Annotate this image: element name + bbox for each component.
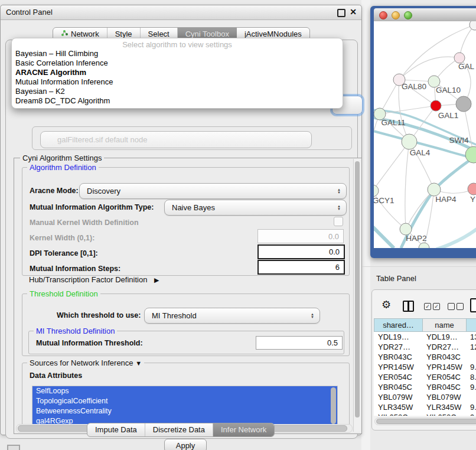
checked-checkbox-icon[interactable]: ✓: [424, 303, 431, 310]
table-row[interactable]: YBR045CYBR045C9.: [374, 382, 476, 392]
node-label-gal1: GAL1: [438, 111, 459, 120]
column-header-a[interactable]: A: [466, 318, 476, 332]
table-cell: YPR145W: [422, 362, 466, 372]
graph-node-gal4[interactable]: [402, 134, 417, 149]
graph-node-hap4[interactable]: [428, 183, 441, 196]
expand-arrow-icon[interactable]: ▶: [154, 276, 159, 283]
table-cell: 9: [466, 412, 476, 416]
table-cell: YBR043C: [422, 352, 466, 362]
scrollbar-thumb[interactable]: [376, 419, 476, 424]
table-row[interactable]: YDR27…YDR27…12: [374, 342, 476, 352]
scrollbar-thumb[interactable]: [355, 161, 360, 418]
group-title: Threshold Definition: [27, 289, 100, 298]
cyni-mode-tabs: Impute DataDiscretize DataInfer Network: [87, 423, 275, 437]
table-body: YDL19…YDL19…13YDR27…YDR27…12YBR043CYBR04…: [374, 332, 476, 416]
document-icon[interactable]: [470, 298, 476, 312]
gear-icon[interactable]: ⚙: [382, 298, 391, 311]
node-label-gal80: GAL80: [402, 82, 426, 91]
table-cell: YER054C: [422, 372, 466, 382]
tab-impute-data[interactable]: Impute Data: [87, 423, 145, 436]
kernel-width-field[interactable]: 0.0: [257, 229, 344, 243]
unchecked-checkbox-icon[interactable]: [448, 303, 455, 310]
screen: Control Panel ✕ galFiltered.sif default …: [0, 0, 476, 450]
algorithm-option-basic-correlation-inference[interactable]: Basic Correlation Inference: [15, 58, 339, 68]
float-window-icon[interactable]: [337, 9, 345, 17]
algorithm-option-bayesian-hill-climbing[interactable]: Bayesian – Hill Climbing: [15, 49, 339, 58]
table-cell: YDR27…: [374, 342, 422, 352]
algorithm-option-mutual-information-inference[interactable]: Mutual Information Inference: [15, 77, 339, 87]
hub-definition-toggle[interactable]: Hub/Transcription Factor Definition ▶: [29, 275, 159, 284]
graph-node-y[interactable]: [468, 183, 476, 195]
table-row[interactable]: YDL19…YDL19…13: [374, 332, 476, 342]
data-attributes-list[interactable]: SelfLoopsTopologicalCoefficientBetweenne…: [32, 386, 338, 427]
graph-node-gcy1[interactable]: [374, 185, 379, 197]
table-cell: 13: [466, 332, 476, 342]
graph-node-gal1[interactable]: [431, 100, 441, 111]
vertical-scrollbar[interactable]: [353, 159, 361, 432]
graph-edge[interactable]: [374, 142, 409, 191]
checked-checkbox-icon[interactable]: ✓: [433, 303, 440, 310]
table-cell: YDL19…: [422, 332, 466, 342]
attribute-item-topologicalcoefficient[interactable]: TopologicalCoefficient: [32, 396, 337, 406]
graph-edge[interactable]: [380, 106, 436, 114]
close-icon[interactable]: ✕: [350, 7, 357, 17]
pane-title: Cyni Algorithm Settings: [20, 154, 104, 162]
tab-discretize-data[interactable]: Discretize Data: [145, 423, 213, 436]
network-table-combobox[interactable]: galFiltered.sif default node: [40, 131, 312, 148]
list-scrollbar[interactable]: [331, 387, 336, 424]
control-panel-titlebar: Control Panel ✕: [1, 5, 361, 20]
column-header-shared-[interactable]: shared…: [374, 318, 422, 332]
algorithm-option-aracne-algorithm[interactable]: ARACNE Algorithm: [15, 68, 339, 77]
aracne-mode-select[interactable]: Discovery ▲▼: [79, 183, 347, 199]
close-traffic-light[interactable]: [379, 11, 387, 19]
group-title: Algorithm Definition: [27, 163, 99, 172]
stepper-icon: ▲▼: [311, 313, 314, 319]
table-row[interactable]: YER054CYER054C8.: [374, 372, 476, 382]
table-cell: YBL079W: [422, 392, 466, 402]
table-horizontal-scrollbar[interactable]: [374, 418, 476, 425]
table-row[interactable]: YLR345WYLR345W9.: [374, 402, 476, 412]
dpi-tolerance-field[interactable]: 0.0: [257, 244, 345, 259]
table-row[interactable]: YPR145WYPR145W9.: [374, 362, 476, 372]
graph-node-node-top-edge[interactable]: [470, 21, 476, 30]
tab-infer-network[interactable]: Infer Network: [213, 423, 274, 436]
node-label-y: Y: [470, 195, 475, 204]
network-canvas[interactable]: GALGAL80GAL10GAL1GAL11GAL4SWI4HAP4YGCY1H…: [374, 21, 476, 248]
graph-node-hap2[interactable]: [400, 223, 412, 235]
table-cell: YIL052C: [374, 412, 422, 416]
node-label-hap2: HAP2: [406, 234, 426, 243]
graph-edge[interactable]: [374, 223, 394, 248]
table-cell: YBL079W: [374, 392, 422, 402]
attribute-item-betweennesscentrality[interactable]: BetweennessCentrality: [32, 406, 337, 416]
stepper-icon: ▲▼: [337, 205, 341, 211]
mi-threshold-label: Mutual Information Threshold:: [36, 339, 143, 347]
column-header-name[interactable]: name: [422, 318, 466, 332]
which-threshold-select[interactable]: MI Threshold ▲▼: [144, 308, 320, 324]
unchecked-checkbox-icon[interactable]: [457, 303, 464, 310]
column-view-icon[interactable]: [403, 301, 414, 312]
algorithm-option-bayesian-k2[interactable]: Bayesian – K2: [15, 87, 339, 96]
group-title: MI Threshold Definition: [34, 327, 117, 335]
graph-edge[interactable]: [436, 226, 476, 248]
graph-node-gray-node[interactable]: [456, 96, 471, 112]
mi-threshold-field[interactable]: 0.5: [256, 336, 343, 350]
apply-button[interactable]: Apply: [164, 439, 207, 450]
collapse-arrow-icon[interactable]: ▼: [135, 360, 142, 367]
network-window-titlebar[interactable]: [374, 8, 476, 22]
cyni-settings-pane: Cyni Algorithm Settings Algorithm Defini…: [14, 158, 362, 434]
attribute-item-selfloops[interactable]: SelfLoops: [32, 386, 337, 396]
graph-edge[interactable]: [374, 114, 380, 191]
table-cell: 9.: [466, 382, 476, 392]
graph-edge[interactable]: [405, 142, 409, 229]
mi-steps-field[interactable]: 6: [257, 260, 345, 275]
table-row[interactable]: YIL052CYIL052C9: [374, 412, 476, 416]
manual-kernel-checkbox[interactable]: [334, 217, 343, 226]
minimize-traffic-light[interactable]: [392, 11, 400, 19]
mi-type-select[interactable]: Naive Bayes ▲▼: [164, 200, 347, 216]
collapsed-panel-button[interactable]: [7, 445, 20, 450]
table-row[interactable]: YBL079WYBL079W: [374, 392, 476, 402]
zoom-traffic-light[interactable]: [404, 11, 412, 19]
mi-steps-label: Mutual Information Steps:: [30, 265, 120, 273]
algorithm-option-dream8-dc-tdc-algorithm[interactable]: Dream8 DC_TDC Algorithm: [15, 96, 339, 106]
table-row[interactable]: YBR043CYBR043C: [374, 352, 476, 362]
